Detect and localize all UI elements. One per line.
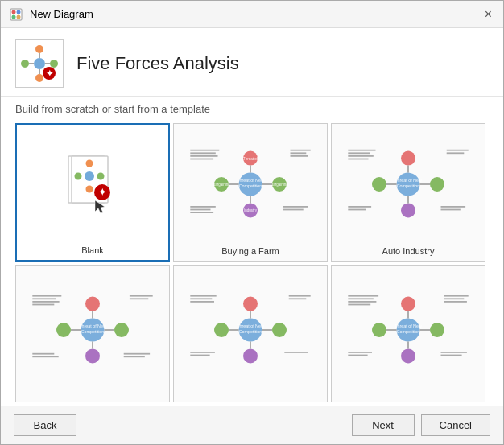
svg-rect-52 [283,206,309,208]
template-6[interactable]: Threat of New Competition [331,265,485,403]
svg-rect-136 [441,355,462,356]
svg-text:Threat of New: Threat of New [395,178,422,183]
template-blank[interactable]: ✦ Blank [15,123,170,262]
svg-point-64 [401,203,415,217]
svg-point-9 [35,74,43,82]
svg-rect-77 [32,301,59,303]
svg-rect-28 [190,152,215,154]
svg-rect-132 [444,301,467,303]
svg-text:Competition: Competition [239,329,262,334]
svg-text:Bargaining: Bargaining [271,183,288,187]
svg-rect-94 [124,353,150,355]
svg-rect-56 [348,155,374,157]
cancel-button[interactable]: Cancel [421,414,490,436]
svg-point-61 [401,150,415,165]
svg-point-23 [97,172,105,179]
svg-rect-0 [10,9,22,20]
buying-farm-label: Buying a Farm [221,245,279,258]
svg-point-7 [35,45,43,53]
svg-point-21 [86,185,93,192]
svg-rect-76 [32,299,56,300]
svg-rect-111 [289,299,307,300]
dialog-header: ✦ Five Forces Analysis [1,28,503,97]
app-icon [9,7,23,22]
svg-rect-116 [348,299,374,300]
svg-rect-55 [348,152,370,154]
svg-rect-75 [32,295,61,297]
svg-point-124 [430,323,444,337]
svg-point-83 [56,323,71,337]
svg-rect-74 [441,208,461,210]
close-button[interactable]: × [481,6,495,23]
template-4[interactable]: Threat of New Competition [15,265,170,403]
svg-text:Competition: Competition [81,329,105,334]
template-5-svg: Threat of New Competition [177,294,324,366]
auto-industry-label: Auto Industry [382,245,435,258]
svg-rect-47 [291,152,307,154]
svg-text:Competition: Competition [239,183,262,187]
svg-point-85 [85,349,100,364]
svg-point-105 [243,349,258,364]
svg-point-6 [34,58,45,69]
svg-rect-115 [348,295,378,297]
template-auto-industry[interactable]: Threat of New Competition [331,123,485,262]
svg-rect-92 [32,353,54,355]
svg-text:✦: ✦ [98,187,106,198]
svg-point-63 [430,177,444,192]
svg-rect-95 [124,356,145,358]
back-button[interactable]: Back [14,414,76,436]
svg-point-125 [401,349,415,364]
svg-rect-46 [291,150,311,151]
svg-rect-133 [348,352,372,353]
title-bar: New Diagram × [1,1,503,28]
svg-rect-69 [447,150,469,151]
buying-farm-svg: Threat of New Competition Threat of Barg… [177,148,324,220]
svg-point-122 [401,297,415,311]
auto-industry-svg: Threat of New Competition [335,148,481,220]
svg-rect-98 [190,301,214,303]
svg-rect-110 [289,295,311,297]
svg-point-123 [372,323,386,337]
svg-rect-135 [441,352,467,353]
template-buying-farm[interactable]: Threat of New Competition Threat of Barg… [173,123,328,262]
svg-rect-90 [130,295,153,297]
svg-rect-51 [190,212,213,213]
footer-right-buttons: Next Cancel [352,414,490,436]
svg-point-104 [272,323,287,337]
svg-rect-93 [32,356,58,358]
svg-text:Threat of New: Threat of New [237,178,264,183]
svg-point-22 [75,172,82,179]
header-icon-box: ✦ [15,39,64,88]
svg-text:Threat of: Threat of [243,157,258,161]
template-5-preview: Threat of New Competition [177,269,324,393]
svg-rect-57 [348,158,368,159]
five-forces-header-icon: ✦ [19,43,60,84]
subtitle-text: Build from scratch or start from a templ… [1,97,503,120]
template-4-preview: Threat of New Competition [19,269,166,393]
svg-point-62 [372,177,386,192]
blank-preview-icon: ✦ [60,152,125,216]
svg-rect-53 [283,208,304,210]
svg-text:Threat of New: Threat of New [237,324,264,329]
svg-text:Threat of New: Threat of New [79,324,106,329]
svg-rect-49 [190,206,215,208]
svg-rect-112 [190,352,215,353]
svg-point-13 [50,60,58,68]
svg-rect-97 [190,299,212,300]
svg-rect-130 [444,295,469,297]
svg-rect-29 [190,155,217,157]
template-5[interactable]: Threat of New Competition [173,265,328,403]
svg-text:Threat of New: Threat of New [395,324,422,329]
svg-point-19 [85,171,94,181]
svg-point-1 [12,10,16,14]
template-4-svg: Threat of New Competition [19,294,166,366]
svg-rect-96 [190,295,216,297]
svg-text:✦: ✦ [46,68,53,78]
svg-point-103 [214,323,229,337]
svg-rect-134 [348,355,367,356]
template-6-svg: Threat of New Competition [335,294,481,366]
svg-point-2 [17,10,21,14]
svg-rect-73 [441,206,466,208]
svg-rect-48 [291,155,309,157]
next-button[interactable]: Next [352,414,415,436]
